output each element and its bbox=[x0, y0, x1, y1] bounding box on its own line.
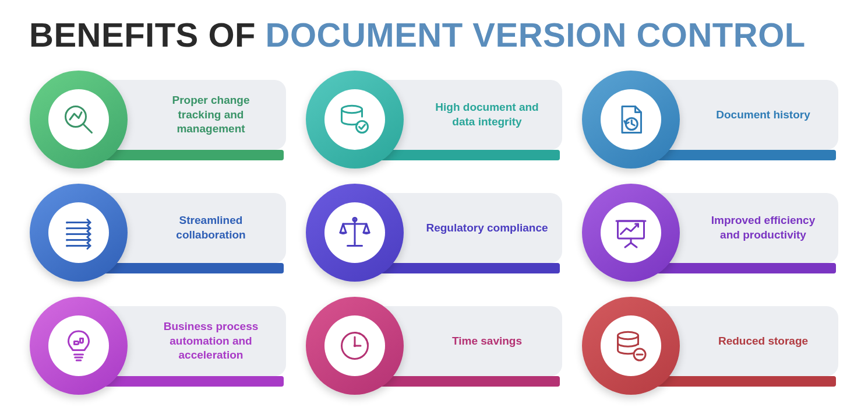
benefit-icon-circle bbox=[48, 89, 109, 150]
scales-icon bbox=[337, 215, 372, 250]
svg-point-12 bbox=[66, 233, 68, 236]
benefit-icon-circle bbox=[48, 315, 109, 376]
benefit-label: Streamlined collaboration bbox=[150, 213, 272, 242]
benefit-icon-circle bbox=[601, 202, 661, 263]
benefit-label: Reduced storage bbox=[702, 334, 824, 349]
benefit-disc bbox=[306, 297, 404, 395]
svg-point-13 bbox=[66, 239, 68, 241]
benefit-disc bbox=[30, 71, 128, 169]
benefit-underline bbox=[646, 150, 836, 160]
lightbulb-puzzle-icon bbox=[61, 328, 96, 363]
benefit-icon-circle bbox=[601, 315, 661, 376]
benefit-item: Streamlined collaboration bbox=[30, 186, 286, 286]
svg-line-1 bbox=[83, 124, 92, 132]
benefit-item: Improved efficiency and productivity bbox=[582, 186, 838, 286]
svg-point-32 bbox=[618, 332, 638, 339]
benefit-label: Time savings bbox=[426, 334, 548, 349]
svg-point-2 bbox=[342, 106, 362, 113]
benefit-item: Document history bbox=[582, 73, 838, 173]
benefit-underline bbox=[94, 263, 284, 273]
benefit-icon-circle bbox=[324, 89, 385, 150]
benefit-underline bbox=[646, 263, 836, 273]
benefit-label: Regulatory compliance bbox=[426, 221, 548, 236]
title-part-2: Document Version Control bbox=[266, 16, 806, 54]
list-arrows-icon bbox=[61, 215, 96, 250]
benefit-item: Reduced storage bbox=[582, 299, 838, 399]
benefit-underline bbox=[94, 376, 284, 387]
title-part-1: Benefits of bbox=[29, 16, 266, 54]
presentation-chart-icon bbox=[613, 215, 648, 250]
benefit-item: Business process automation and accelera… bbox=[30, 299, 286, 399]
document-history-icon bbox=[613, 102, 648, 137]
benefit-icon-circle bbox=[324, 315, 385, 376]
svg-rect-20 bbox=[618, 221, 644, 238]
benefit-disc bbox=[30, 184, 128, 282]
benefit-label: Improved efficiency and productivity bbox=[702, 213, 824, 242]
svg-point-14 bbox=[66, 245, 68, 247]
benefit-underline bbox=[370, 150, 560, 160]
benefit-disc bbox=[582, 184, 680, 282]
benefits-grid: Proper change tracking and management Hi… bbox=[29, 69, 839, 399]
benefit-underline bbox=[370, 376, 560, 387]
database-check-icon bbox=[337, 102, 372, 137]
benefit-label: Proper change tracking and management bbox=[150, 93, 272, 136]
benefit-item: High document and data integrity bbox=[306, 73, 562, 173]
database-minus-icon bbox=[613, 328, 648, 363]
benefit-underline bbox=[646, 376, 836, 387]
magnifier-chart-icon bbox=[61, 102, 96, 137]
benefit-label: High document and data integrity bbox=[426, 100, 548, 129]
benefit-disc bbox=[582, 71, 680, 169]
benefit-disc bbox=[306, 71, 404, 169]
benefit-underline bbox=[94, 150, 284, 160]
benefit-item: Time savings bbox=[306, 299, 562, 399]
benefit-item: Proper change tracking and management bbox=[30, 73, 286, 173]
benefit-label: Document history bbox=[702, 108, 824, 122]
page-title: Benefits of Document Version Control bbox=[29, 17, 839, 53]
benefit-disc bbox=[306, 184, 404, 282]
svg-line-23 bbox=[625, 243, 631, 247]
benefit-icon-circle bbox=[324, 202, 385, 263]
svg-point-11 bbox=[66, 227, 68, 230]
benefit-label: Business process automation and accelera… bbox=[150, 320, 272, 363]
svg-point-10 bbox=[66, 222, 68, 224]
benefit-underline bbox=[370, 263, 560, 273]
svg-line-24 bbox=[631, 243, 637, 247]
benefit-disc bbox=[582, 297, 680, 395]
svg-point-31 bbox=[354, 345, 357, 348]
benefit-icon-circle bbox=[601, 89, 661, 150]
benefit-disc bbox=[30, 297, 128, 395]
clock-icon bbox=[337, 328, 372, 363]
benefit-icon-circle bbox=[48, 202, 109, 263]
benefit-item: Regulatory compliance bbox=[306, 186, 562, 286]
